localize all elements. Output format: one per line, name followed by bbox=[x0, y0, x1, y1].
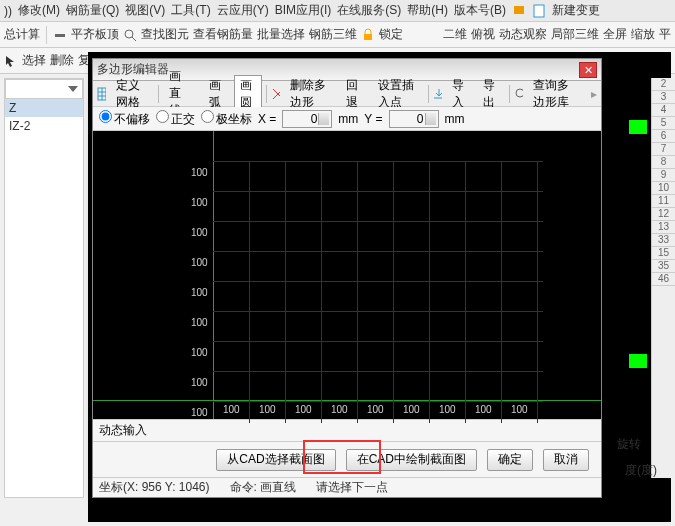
tb-item[interactable]: 查找图元 bbox=[141, 26, 189, 43]
pointer-icon[interactable] bbox=[4, 54, 18, 68]
ruler-num: 10 bbox=[652, 182, 675, 195]
ok-button[interactable]: 确定 bbox=[487, 449, 533, 471]
menu-item[interactable]: 工具(T) bbox=[171, 2, 210, 19]
dynamic-input-row: 动态输入 bbox=[93, 419, 601, 441]
x-tick: 100 bbox=[475, 404, 492, 415]
menu-item[interactable]: 云应用(Y) bbox=[217, 2, 269, 19]
svg-line-4 bbox=[132, 37, 136, 41]
x-tick: 100 bbox=[403, 404, 420, 415]
y-tick: 100 bbox=[191, 317, 208, 328]
x-tick: 100 bbox=[367, 404, 384, 415]
x-tick: 100 bbox=[511, 404, 528, 415]
grid-line bbox=[429, 161, 430, 423]
grid-line bbox=[213, 401, 543, 402]
y-input[interactable]: 0 bbox=[389, 110, 439, 128]
tb-item[interactable]: 全屏 bbox=[603, 26, 627, 43]
tb-item[interactable]: 局部三维 bbox=[551, 26, 599, 43]
tb-item[interactable]: 批量选择 bbox=[257, 26, 305, 43]
grid-line bbox=[465, 161, 466, 423]
tb-item[interactable]: 删除 bbox=[50, 52, 74, 69]
separator bbox=[158, 85, 159, 103]
prompt-text: 请选择下一点 bbox=[316, 479, 388, 496]
separator bbox=[46, 26, 47, 44]
grid-line bbox=[357, 161, 358, 423]
ruler-num: 9 bbox=[652, 169, 675, 182]
menu-item[interactable]: 在线服务(S) bbox=[337, 2, 401, 19]
cad-select-button[interactable]: 从CAD选择截面图 bbox=[216, 449, 335, 471]
list-item[interactable]: IZ-2 bbox=[5, 117, 83, 135]
tb-item[interactable]: 钢筋三维 bbox=[309, 26, 357, 43]
grid-line bbox=[249, 161, 250, 423]
command-label: 命令: 画直线 bbox=[230, 479, 297, 496]
y-tick: 100 bbox=[191, 227, 208, 238]
tb-item[interactable]: 平 bbox=[659, 26, 671, 43]
ruler-num: 35 bbox=[652, 260, 675, 273]
no-offset-radio[interactable]: 不偏移 bbox=[99, 110, 150, 128]
y-axis bbox=[213, 131, 214, 419]
list-item[interactable]: Z bbox=[5, 99, 83, 117]
y-tick: 100 bbox=[191, 287, 208, 298]
menu-item[interactable]: 钢筋量(Q) bbox=[66, 2, 119, 19]
ruler-num: 4 bbox=[652, 104, 675, 117]
tb-item[interactable]: 选择 bbox=[22, 52, 46, 69]
dynamic-input-label: 动态输入 bbox=[99, 422, 147, 439]
search-icon bbox=[514, 87, 523, 101]
new-change-button[interactable]: 新建变更 bbox=[552, 2, 600, 19]
delete-icon bbox=[271, 87, 280, 101]
menu-item[interactable]: )) bbox=[4, 4, 12, 18]
ortho-radio[interactable]: 正交 bbox=[156, 110, 195, 128]
x-input[interactable]: 0 bbox=[282, 110, 332, 128]
y-tick: 100 bbox=[191, 197, 208, 208]
main-menubar[interactable]: )) 修改(M) 钢筋量(Q) 视图(V) 工具(T) 云应用(Y) BIM应用… bbox=[0, 0, 675, 22]
ruler-num: 15 bbox=[652, 247, 675, 260]
dialog-footer: 从CAD选择截面图 在CAD中绘制截面图 确定 取消 bbox=[93, 441, 601, 477]
y-tick: 100 bbox=[191, 167, 208, 178]
polygon-editor-dialog: 多边形编辑器 ✕ 定义网格 画直线 画弧 画圆 删除多边形 回退 设置插入点 导… bbox=[92, 58, 602, 498]
degree-label: 度(度) bbox=[625, 462, 657, 479]
polygon-canvas[interactable]: 100 100 100 100 100 100 100 100 100 100 … bbox=[93, 131, 601, 419]
menu-item[interactable]: 修改(M) bbox=[18, 2, 60, 19]
tb-item[interactable]: 平齐板顶 bbox=[71, 26, 119, 43]
file-new-icon[interactable] bbox=[532, 4, 546, 18]
ruler-num: 12 bbox=[652, 208, 675, 221]
y-tick: 100 bbox=[191, 347, 208, 358]
ruler-num: 7 bbox=[652, 143, 675, 156]
dialog-status-bar: 坐标(X: 956 Y: 1046) 命令: 画直线 请选择下一点 bbox=[93, 477, 601, 497]
menu-item[interactable]: BIM应用(I) bbox=[275, 2, 332, 19]
dropdown-icon[interactable] bbox=[66, 82, 80, 96]
search-input[interactable] bbox=[5, 79, 83, 99]
ruler-num: 2 bbox=[652, 78, 675, 91]
grid-line bbox=[213, 251, 543, 252]
tb-item[interactable]: 二维 bbox=[443, 26, 467, 43]
grid-line bbox=[213, 191, 543, 192]
dialog-toolbar: 定义网格 画直线 画弧 画圆 删除多边形 回退 设置插入点 导入 导出 查询多边… bbox=[93, 81, 601, 107]
svg-rect-5 bbox=[364, 34, 372, 40]
grid-line bbox=[213, 221, 543, 222]
menu-item[interactable]: 版本号(B) bbox=[454, 2, 506, 19]
x-tick: 100 bbox=[439, 404, 456, 415]
coord-display: 坐标(X: 956 Y: 1046) bbox=[99, 479, 210, 496]
green-marker bbox=[629, 354, 647, 368]
ruler-num: 8 bbox=[652, 156, 675, 169]
x-tick: 100 bbox=[331, 404, 348, 415]
menu-item[interactable]: 视图(V) bbox=[125, 2, 165, 19]
x-tick: 100 bbox=[259, 404, 276, 415]
flag-icon bbox=[512, 4, 526, 18]
y-tick: 100 bbox=[191, 407, 208, 418]
grid-line bbox=[213, 161, 543, 162]
tb-item[interactable]: 动态观察 bbox=[499, 26, 547, 43]
tb-item[interactable]: 总计算 bbox=[4, 26, 40, 43]
dialog-options-row: 不偏移 正交 极坐标 X = 0 mm Y = 0 mm bbox=[93, 107, 601, 131]
cad-draw-button[interactable]: 在CAD中绘制截面图 bbox=[346, 449, 477, 471]
menu-item[interactable]: 帮助(H) bbox=[407, 2, 448, 19]
cancel-button[interactable]: 取消 bbox=[543, 449, 589, 471]
tb-item[interactable]: 俯视 bbox=[471, 26, 495, 43]
x-tick: 100 bbox=[223, 404, 240, 415]
svg-rect-0 bbox=[514, 6, 524, 14]
tb-item[interactable]: 缩放 bbox=[631, 26, 655, 43]
tb-item[interactable]: 查看钢筋量 bbox=[193, 26, 253, 43]
tb-item[interactable]: 锁定 bbox=[379, 26, 403, 43]
lock-icon bbox=[361, 28, 375, 42]
unit-label: mm bbox=[338, 112, 358, 126]
polar-radio[interactable]: 极坐标 bbox=[201, 110, 252, 128]
